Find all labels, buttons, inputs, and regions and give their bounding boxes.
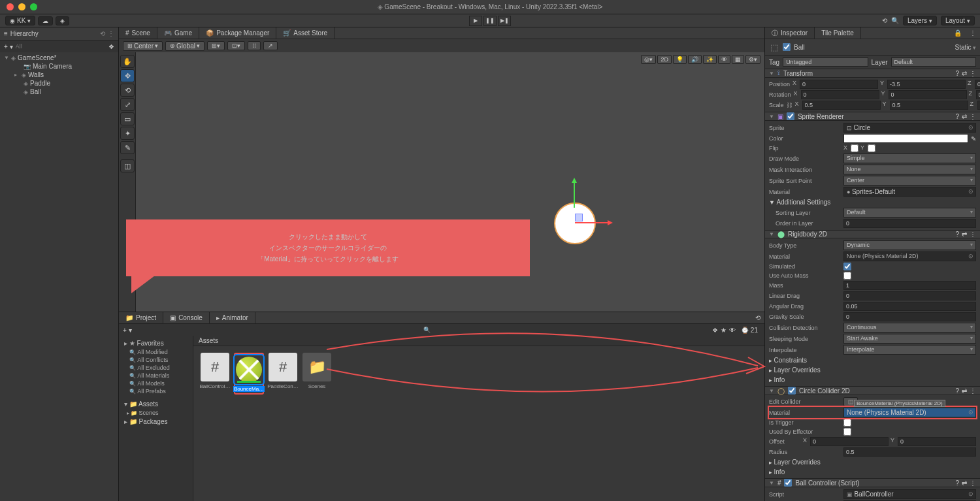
hidden-toggle[interactable]: 👁 [718, 55, 730, 64]
increment-snap-button[interactable]: ⁞⁞ [248, 41, 261, 50]
assets-folder-header[interactable]: ▾ 📁 Assets [122, 399, 190, 409]
simulated-checkbox[interactable] [843, 263, 851, 270]
gizmos-toggle[interactable]: ⚙▾ [745, 55, 760, 64]
rb-info-foldout[interactable]: ▸ Info [769, 375, 976, 385]
snap-button[interactable]: ⊡▾ [227, 41, 245, 50]
layout-dropdown[interactable]: Layout ▾ [941, 16, 975, 25]
custom-tool[interactable]: ✎ [120, 141, 135, 154]
hierarchy-item-paddle[interactable]: ◈Paddle [3, 79, 116, 88]
offset-x-input[interactable] [810, 437, 889, 446]
maximize-window-button[interactable] [30, 3, 37, 10]
fav-all-modified[interactable]: All Modified [122, 348, 190, 356]
move-gizmo-y[interactable] [574, 179, 575, 208]
hierarchy-filter-icon[interactable]: ❖ [108, 43, 114, 50]
sprite-material-field[interactable]: ● Sprites-Default [843, 187, 976, 197]
flip-x-checkbox[interactable] [851, 144, 858, 152]
scale-tool[interactable]: ⤢ [120, 98, 135, 111]
sprite-renderer-enabled[interactable] [787, 112, 794, 120]
collider-info-foldout[interactable]: ▸ Info [769, 467, 976, 477]
audio-toggle[interactable]: 🔊 [688, 55, 702, 64]
transform-tool[interactable]: ✦ [120, 127, 135, 140]
transform-header[interactable]: ▼⟟ Transform ?⇄⋮ [765, 69, 980, 78]
project-filter-icon[interactable]: ❖ [712, 327, 718, 334]
collider-material-field[interactable]: None (Physics Material 2D) [843, 408, 976, 417]
asset-paddlecontroller[interactable]: # PaddleCon… [268, 353, 298, 395]
hand-tool[interactable]: ✋ [120, 55, 135, 68]
move-tool[interactable]: ✥ [120, 69, 135, 82]
hierarchy-item-ball[interactable]: ◈Ball [3, 88, 116, 96]
hierarchy-link-icon[interactable]: ⟲ [100, 30, 105, 37]
additional-settings-foldout[interactable]: ▼ Additional Settings [769, 197, 976, 207]
rb-material-field[interactable]: None (Physics Material 2D) [843, 251, 976, 261]
step-button[interactable]: ▶❚ [498, 16, 511, 26]
version-control-button[interactable]: ◈ [56, 16, 69, 25]
rigidbody-header[interactable]: ▼⬤ Rigidbody 2D ?⇄⋮ [765, 230, 980, 238]
preset-icon[interactable]: ⇄ [962, 70, 967, 77]
tab-tile-palette[interactable]: Tile Palette [815, 27, 861, 39]
circle-collider-header[interactable]: ▼◯ Circle Collider 2D ?⇄⋮ [765, 386, 980, 395]
help-icon[interactable]: ? [955, 70, 959, 77]
collider-enabled-checkbox[interactable] [788, 387, 796, 395]
tab-console[interactable]: ▣Console [163, 312, 210, 323]
offset-y-input[interactable] [898, 437, 976, 446]
scene-camera-button[interactable]: ◎▾ [641, 55, 656, 64]
gravity-scale-input[interactable] [843, 312, 976, 321]
move-gizmo-x[interactable] [575, 222, 612, 223]
body-type-dropdown[interactable]: Dynamic [843, 240, 976, 250]
inspector-lock-icon[interactable]: 🔒 [950, 29, 966, 37]
tab-inspector[interactable]: ⓘInspector [765, 27, 815, 39]
2d-toggle[interactable]: 2D [657, 55, 672, 64]
color-field[interactable] [843, 134, 968, 143]
account-button[interactable]: ◉ KK ▾ [5, 16, 35, 25]
flip-y-checkbox[interactable] [868, 144, 875, 152]
position-y-input[interactable] [887, 80, 966, 89]
collision-dropdown[interactable]: Continuous [843, 323, 976, 332]
grid-snap-button[interactable]: ⊞▾ [207, 41, 225, 50]
angular-drag-input[interactable] [843, 302, 976, 311]
layer-dropdown[interactable]: Default [891, 57, 976, 67]
order-input[interactable] [843, 219, 976, 228]
rotation-y-input[interactable] [889, 90, 967, 99]
rect-tool[interactable]: ▭ [120, 112, 135, 125]
fav-all-materials[interactable]: All Materials [122, 372, 190, 380]
rotate-tool[interactable]: ⟲ [120, 84, 135, 97]
fx-toggle[interactable]: ✨ [703, 55, 717, 64]
radius-input[interactable] [843, 447, 976, 457]
tab-project[interactable]: 📁Project [119, 312, 163, 323]
fav-all-conflicts[interactable]: All Conflicts [122, 356, 190, 364]
packages-folder-header[interactable]: ▸ 📁 Packages [122, 417, 190, 427]
constraints-foldout[interactable]: ▸ Constraints [769, 355, 976, 365]
play-button[interactable]: ▶ [469, 16, 482, 26]
scale-x-input[interactable] [802, 101, 881, 110]
used-by-effector-checkbox[interactable] [843, 428, 851, 436]
mass-input[interactable] [843, 281, 976, 290]
project-link-icon[interactable]: ⟲ [751, 314, 764, 321]
sorting-layer-dropdown[interactable]: Default [843, 208, 976, 218]
minimize-window-button[interactable] [18, 3, 25, 10]
draw-mode-dropdown[interactable]: Simple [843, 154, 976, 163]
gameobject-enabled-checkbox[interactable] [783, 43, 791, 51]
hierarchy-search-input[interactable] [16, 43, 106, 50]
hierarchy-add-button[interactable]: + ▾ [4, 43, 13, 50]
scale-z-input[interactable] [977, 101, 980, 110]
asset-bouncematerial[interactable]: BounceMa… [234, 353, 264, 395]
auto-mass-checkbox[interactable] [843, 272, 851, 280]
gameobject-icon[interactable]: ⬚ [769, 42, 779, 52]
hierarchy-item-walls[interactable]: ▸◈Walls [3, 71, 116, 79]
pause-button[interactable]: ❚❚ [483, 16, 497, 26]
collider-overrides-foldout[interactable]: ▸ Layer Overrides [769, 457, 976, 467]
scene-root[interactable]: ▼◈ GameScene* [3, 54, 116, 62]
asset-scenes-folder[interactable]: 📁 Scenes [302, 353, 332, 395]
fav-all-prefabs[interactable]: All Prefabs [122, 387, 190, 395]
toolbar-extra-button[interactable]: ↗ [263, 41, 278, 50]
sprite-field[interactable]: ⊡ Circle [843, 123, 976, 133]
project-search-input[interactable] [423, 327, 710, 333]
tag-dropdown[interactable]: Untagged [783, 57, 868, 67]
gameobject-name-input[interactable] [794, 44, 951, 51]
tab-package-manager[interactable]: 📦Package Manager [199, 27, 276, 39]
tab-animator[interactable]: ▸Animator [210, 312, 255, 323]
eyedropper-icon[interactable]: ✎ [971, 135, 976, 142]
rb-overrides-foldout[interactable]: ▸ Layer Overrides [769, 365, 976, 375]
script-enabled-checkbox[interactable] [784, 479, 792, 487]
component-menu-icon[interactable]: ⋮ [970, 70, 976, 77]
